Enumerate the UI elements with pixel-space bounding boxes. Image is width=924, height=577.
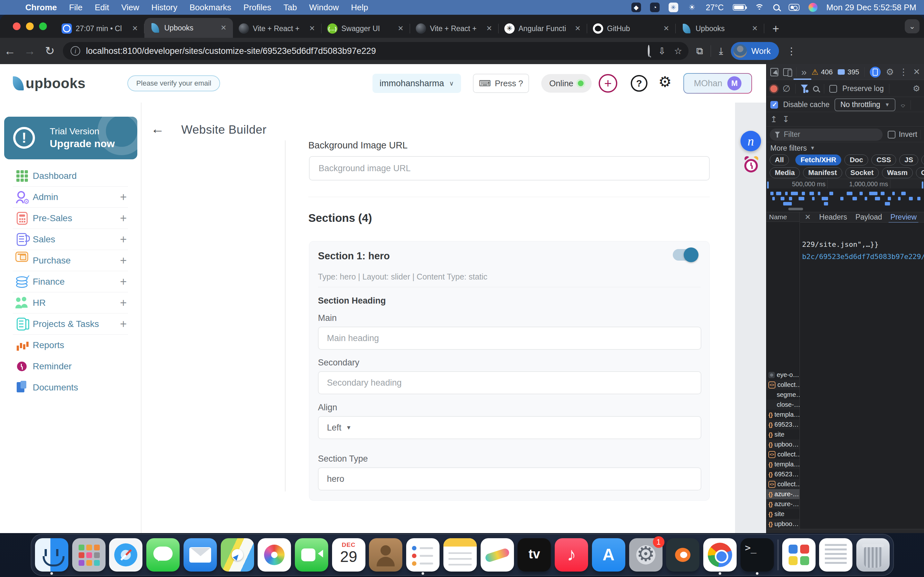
request-row[interactable]: <>collect… (766, 450, 800, 459)
dock-item-launchpad[interactable] (70, 534, 107, 575)
request-row[interactable]: {}templa… (766, 459, 800, 469)
expand-plus-icon[interactable]: + (120, 254, 127, 268)
filter-chip-media[interactable]: Media (770, 167, 800, 178)
dock-item-facetime[interactable] (293, 534, 330, 575)
dock-item-finder[interactable] (33, 534, 70, 575)
sidebar-item-dashboard[interactable]: Dashboard (0, 165, 141, 187)
dock-item-maps[interactable] (219, 534, 256, 575)
dock-item-messages[interactable] (144, 534, 182, 575)
clear-network-icon[interactable]: ∅ (782, 83, 790, 94)
menu-item-bookmarks[interactable]: Bookmarks (184, 3, 237, 13)
dock-item-photos[interactable] (256, 534, 293, 575)
dock-item-contacts[interactable] (367, 534, 405, 575)
filter-chip-js[interactable]: JS (899, 155, 918, 165)
floating-reminder-widget[interactable] (742, 156, 760, 174)
filter-chip-doc[interactable]: Doc (845, 155, 868, 165)
filter-chip-manifest[interactable]: Manifest (803, 167, 842, 178)
dock-item-calendar[interactable]: DEC29 (330, 534, 367, 575)
request-row[interactable]: <>collect… (766, 380, 800, 390)
sidebar-item-hr[interactable]: HR+ (0, 292, 141, 314)
request-row[interactable]: {}69523… (766, 469, 800, 479)
filter-funnel-icon[interactable] (801, 85, 808, 93)
tab-close-icon[interactable]: ✕ (750, 24, 760, 33)
tab-close-icon[interactable]: ✕ (307, 24, 317, 33)
menu-item-help[interactable]: Help (345, 3, 374, 13)
filter-chip-font[interactable]: Font (921, 155, 924, 165)
request-row[interactable]: {}upboo… (766, 519, 800, 529)
expand-plus-icon[interactable]: + (120, 296, 127, 309)
network-settings-icon[interactable]: ⚙ (913, 84, 920, 93)
dock-item-music[interactable] (553, 534, 590, 575)
timeline-handle-left[interactable] (767, 181, 769, 189)
filter-chip-fetchxhr[interactable]: Fetch/XHR (795, 155, 841, 165)
sidebar-item-sales[interactable]: Sales+ (0, 229, 141, 250)
network-search-icon[interactable] (813, 86, 819, 92)
sidebar-item-presales[interactable]: Pre-Sales+ (0, 208, 141, 229)
browser-tab-0[interactable]: 27:07 min • Cl✕ (56, 19, 144, 38)
preserve-log-checkbox[interactable] (829, 85, 837, 93)
preview-line-2[interactable]: b2c/69523e5d6df7d5083b97e229/site.json" (802, 253, 924, 261)
tab-close-icon[interactable]: ✕ (130, 24, 140, 33)
menu-item-edit[interactable]: Edit (89, 3, 115, 13)
detail-tab-headers[interactable]: Headers (819, 213, 847, 221)
zoom-window-button[interactable] (39, 23, 47, 30)
devtools-settings-icon[interactable]: ⚙ (886, 67, 894, 77)
browser-tab-7[interactable]: Upbooks✕ (676, 19, 764, 38)
warning-count[interactable]: ⚠406 (811, 68, 833, 77)
install-app-icon[interactable]: ⇩ (658, 46, 666, 56)
throttling-select[interactable]: No throttling ▼ (835, 98, 895, 111)
more-filters-row[interactable]: More filters ▼ (766, 143, 924, 153)
wifi-icon[interactable] (754, 3, 764, 11)
request-row[interactable]: eye-o… (766, 370, 800, 380)
browser-menu-icon[interactable]: ⋮ (787, 45, 796, 57)
browser-tab-4[interactable]: Vite + React +✕ (410, 19, 499, 38)
menu-item-window[interactable]: Window (303, 3, 344, 13)
console-message-count[interactable]: 395 (838, 68, 859, 76)
dock-item-settings[interactable]: 1 (627, 534, 664, 575)
filter-chip-other[interactable]: Other (916, 167, 924, 178)
sidebar-item-projects[interactable]: Projects & Tasks+ (0, 314, 141, 335)
network-filter-input[interactable]: Filter (770, 129, 883, 141)
reload-button[interactable]: ↻ (40, 44, 60, 58)
sidebar-item-admin[interactable]: Admin+ (0, 187, 141, 208)
floating-notes-widget[interactable]: n (740, 131, 761, 151)
network-overview-chart[interactable] (766, 189, 924, 212)
dock-item-blender[interactable] (664, 534, 701, 575)
expand-plus-icon[interactable]: + (120, 190, 127, 204)
extensions-icon[interactable]: ⧉ (696, 45, 703, 57)
device-toolbar-icon[interactable] (783, 68, 791, 76)
quick-add-button[interactable]: + (599, 74, 617, 93)
dock-item-appstore[interactable] (590, 534, 627, 575)
bookmark-star-icon[interactable]: ☆ (674, 46, 682, 56)
dock-item-mail[interactable] (182, 534, 219, 575)
filter-chip-all[interactable]: All (770, 155, 789, 165)
dock-item-tiles[interactable] (780, 534, 817, 575)
menu-item-tab[interactable]: Tab (278, 3, 303, 13)
detail-tab-payload[interactable]: Payload (855, 213, 882, 221)
request-row[interactable]: {}site (766, 509, 800, 519)
inspect-element-icon[interactable] (771, 68, 779, 76)
menubar-app-icon-2[interactable]: ◔ (650, 3, 660, 12)
upbooks-logo[interactable]: upbooks (13, 75, 86, 91)
request-row[interactable]: {}templa… (766, 410, 800, 420)
dock-item-tv[interactable] (516, 534, 553, 575)
sidebar-item-purchase[interactable]: Purchase+ (0, 250, 141, 271)
import-har-icon[interactable]: ↥ (771, 114, 777, 124)
menu-item-profiles[interactable]: Profiles (237, 3, 278, 13)
record-network-icon[interactable] (771, 85, 777, 92)
expand-plus-icon[interactable]: + (120, 275, 127, 288)
shortcut-help-button[interactable]: ⌨ Press ? (473, 74, 529, 93)
siri-icon[interactable] (809, 3, 817, 12)
main-heading-input[interactable] (318, 327, 701, 350)
overview-scroll-indicator[interactable] (788, 208, 803, 210)
omnibox[interactable]: i localhost:8100/developer/sites/customi… (63, 42, 688, 60)
sidebar-item-reports[interactable]: Reports (0, 335, 141, 356)
menu-item-chrome[interactable]: Chrome (19, 3, 63, 13)
dock-item-safari[interactable] (107, 534, 144, 575)
filter-chip-socket[interactable]: Socket (845, 167, 879, 178)
align-select[interactable]: Left ▼ (318, 416, 701, 439)
browser-tab-5[interactable]: Angular Functi✕ (499, 19, 587, 38)
control-center-icon[interactable] (788, 4, 800, 11)
browser-tab-3[interactable]: Swagger UI✕ (321, 19, 410, 38)
menu-item-history[interactable]: History (145, 3, 184, 13)
